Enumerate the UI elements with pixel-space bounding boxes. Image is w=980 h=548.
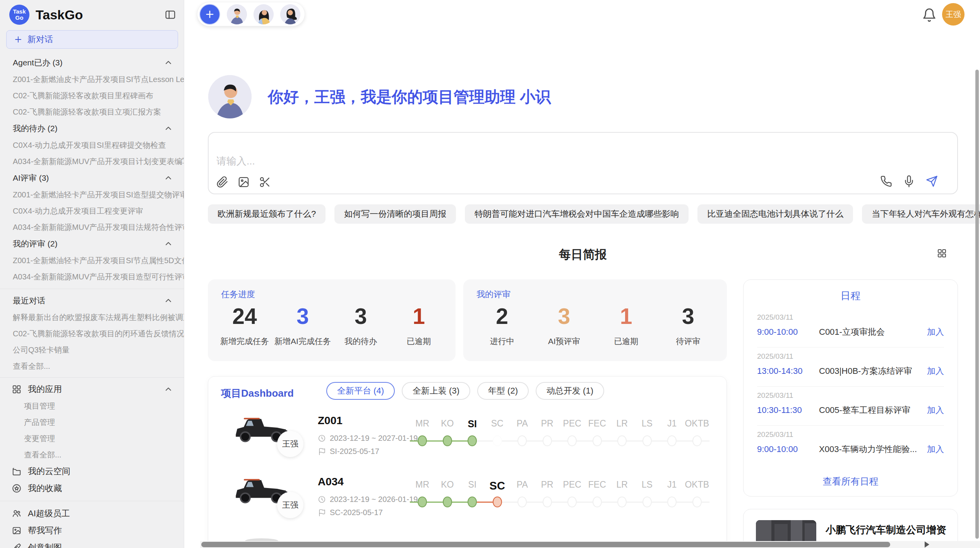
milestone-node [642,435,652,446]
scissors-icon[interactable] [259,176,271,188]
sidebar-item[interactable]: C02-飞腾新能源轻客改款项目里程碑画布 [0,87,184,104]
milestone[interactable]: SC [485,411,510,429]
phone-icon[interactable] [880,175,892,187]
microphone-icon[interactable] [903,175,915,187]
milestone[interactable]: KO [435,473,460,490]
milestone[interactable]: FEC [585,411,610,429]
milestone[interactable]: J1 [660,411,685,429]
schedule-event: 2025/03/1110:30-11:30C005-整车工程目标评审加入 [757,387,944,426]
my-apps-subitem[interactable]: 项目管理 [0,398,184,414]
scroll-right-arrow-icon[interactable] [925,541,929,548]
horizontal-scrollbar[interactable] [200,541,980,548]
event-join-link[interactable]: 加入 [927,404,944,416]
dashboard-tab[interactable]: 全新上装 (3) [402,382,470,400]
suggestion-chip[interactable]: 欧洲新规最近颁布了什么? [208,204,326,224]
milestone[interactable]: SC [485,473,510,492]
sidebar-section-header[interactable]: 我的评审 (2) [0,235,184,252]
sidebar-section-header[interactable]: Agent已办 (3) [0,54,184,71]
sidebar-section-header[interactable]: 最近对话 [0,292,184,309]
milestone[interactable]: LS [635,411,660,429]
view-all-schedule-link[interactable]: 查看所有日程 [744,475,958,488]
suggestion-chip[interactable]: 特朗普可能对进口汽车增税会对中国车企造成哪些影响 [465,204,689,224]
sidebar-item[interactable]: Z001-全新燃油轻卡产品开发项目SI节点属性5D文件评审 [0,252,184,269]
milestone[interactable]: KO [435,411,460,429]
sidebar-section-header[interactable]: AI评审 (3) [0,170,184,187]
sidebar-tool-photo[interactable]: 帮我写作 [0,522,184,539]
my-apps-subitem[interactable]: 变更管理 [0,430,184,447]
chevron-up-icon[interactable] [164,124,173,133]
vertical-scrollbar-thumb[interactable] [975,70,979,539]
suggestion-chip[interactable]: 如何写一份清晰的项目周报 [334,204,456,224]
notifications-bell-icon[interactable] [922,8,937,22]
sidebar-item[interactable]: A034-全新新能源MUV产品开发项目法规符合性评审 [0,219,184,235]
milestone[interactable]: FEC [585,473,610,490]
sidebar-item[interactable]: C0X4-动力总成开发项目工程变更评审 [0,203,184,219]
suggestion-chip[interactable]: 当下年轻人对汽车外观有怎样的喜好趋势 [862,204,980,224]
chevron-up-icon[interactable] [164,58,173,67]
sidebar-section-header[interactable]: 我的待办 (2) [0,120,184,137]
milestone-label: LS [642,418,653,429]
milestone[interactable]: MR [410,411,435,429]
my-apps-subitem[interactable]: 产品管理 [0,414,184,430]
chevron-up-icon[interactable] [164,239,173,248]
sidebar-item[interactable]: C02-飞腾新能源轻客改款项目立项汇报方案 [0,104,184,120]
milestone[interactable]: PR [535,473,560,490]
milestone[interactable]: PR [535,411,560,429]
milestone[interactable]: OKTB [685,411,710,429]
sidebar-section: 我的评审 (2)Z001-全新燃油轻卡产品开发项目SI节点属性5D文件评审A03… [0,235,184,285]
dashboard-tab[interactable]: 全新平台 (4) [326,382,395,400]
assistant-avatar-3[interactable] [280,4,300,24]
chevron-up-icon[interactable] [164,385,173,394]
milestone[interactable]: MR [410,473,435,490]
sidebar-item[interactable]: A034-全新新能源MUV产品开发项目造型可行性评审 [0,269,184,285]
milestone[interactable]: OKTB [685,473,710,490]
briefing-layout-icon[interactable] [937,248,947,259]
sidebar-item[interactable]: 查看全部... [0,358,184,374]
milestone[interactable]: PA [510,473,535,490]
assistant-avatar-1[interactable] [227,4,247,24]
suggestion-chip[interactable]: 比亚迪全固态电池计划具体说了什么 [697,204,853,224]
milestone[interactable]: PEC [560,473,585,490]
chat-input[interactable] [216,155,758,167]
milestone[interactable]: SI [460,411,485,430]
assistant-avatar-2[interactable] [254,4,274,24]
new-chat-button[interactable]: 新对话 [6,30,178,49]
sidebar-item[interactable]: A034-全新新能源MUV产品开发项目计划变更表编写 [0,153,184,170]
event-join-link[interactable]: 加入 [927,444,944,455]
sidebar-item[interactable]: C02-飞腾新能源轻客改款项目的闭环通告反馈情况 [0,325,184,342]
stat-value: 2 [471,302,533,331]
chevron-up-icon[interactable] [164,173,173,183]
sidebar-item-cloud[interactable]: 我的云空间 [0,463,184,480]
my-apps-subitem[interactable]: 查看全部... [0,447,184,463]
sidebar-collapse-icon[interactable] [164,9,176,21]
sidebar-item[interactable]: C0X4-动力总成开发项目SI里程碑提交物检查 [0,137,184,153]
sidebar-item-favorites[interactable]: 我的收藏 [0,480,184,497]
milestone[interactable]: J1 [660,473,685,490]
event-join-link[interactable]: 加入 [927,365,944,377]
send-icon[interactable] [926,175,938,187]
composer-actions [880,175,938,187]
plus-icon [14,35,23,44]
sidebar-item-my-apps[interactable]: 我的应用 [0,381,184,398]
milestone[interactable]: SI [460,473,485,490]
dashboard-tab[interactable]: 动总开发 (1) [536,382,604,400]
paperclip-icon[interactable] [216,176,228,188]
sidebar-item[interactable]: Z001-全新燃油皮卡产品开发项目SI节点Lesson Learn报告 [0,71,184,87]
milestone[interactable]: LR [610,411,635,429]
sidebar-tool-people[interactable]: AI超级员工 [0,505,184,522]
horizontal-scrollbar-thumb[interactable] [201,542,890,547]
dashboard-tab[interactable]: 年型 (2) [477,382,529,400]
sidebar-item[interactable]: 公司Q3轻卡销量 [0,342,184,358]
chevron-up-icon[interactable] [164,296,173,305]
sidebar-item[interactable]: Z001-全新燃油轻卡产品开发项目SI造型提交物评审 [0,187,184,203]
image-icon[interactable] [238,176,250,188]
milestone[interactable]: LS [635,473,660,490]
sidebar-item[interactable]: 解释最新出台的欧盟报废车法规再生塑料比例被调至15%... [0,309,184,325]
sidebar-tool-pen[interactable]: 创意制图 [0,539,184,548]
user-avatar[interactable]: 王强 [942,3,965,26]
milestone[interactable]: LR [610,473,635,490]
milestone[interactable]: PA [510,411,535,429]
event-join-link[interactable]: 加入 [927,326,944,338]
new-session-button[interactable] [199,4,220,25]
milestone[interactable]: PEC [560,411,585,429]
